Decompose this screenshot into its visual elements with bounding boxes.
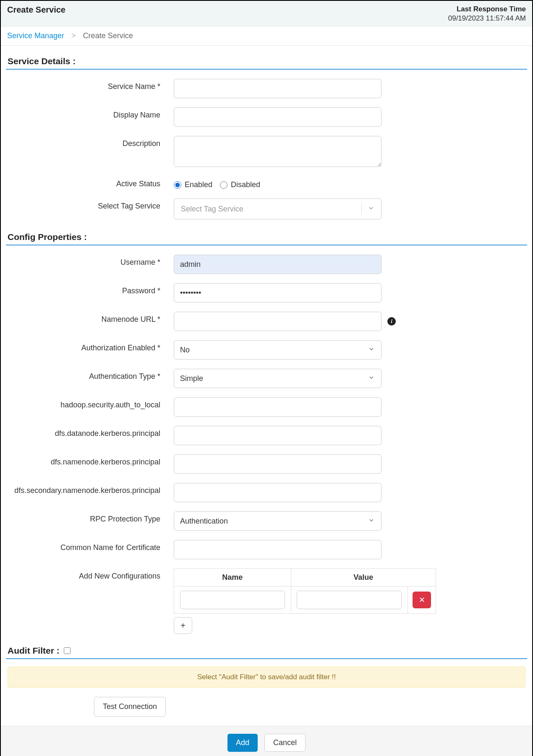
plus-icon: + [180, 621, 186, 630]
last-response-block: Last Response Time 09/19/2023 11:57:44 A… [448, 5, 526, 23]
dfs-secondary-namenode-kerberos-label: dfs.secondary.namenode.kerberos.principa… [6, 483, 174, 495]
audit-filter-checkbox[interactable] [64, 647, 71, 654]
username-label: Username * [6, 255, 174, 267]
tag-service-placeholder: Select Tag Service [181, 205, 243, 214]
active-status-enabled-radio[interactable] [174, 181, 181, 189]
namenode-url-input[interactable] [174, 312, 381, 331]
select-tag-service-dropdown[interactable]: Select Tag Service [174, 198, 381, 219]
add-new-configs-label: Add New Configurations [6, 568, 174, 581]
disabled-label: Disabled [231, 180, 260, 189]
page-title: Create Service [7, 5, 65, 15]
hadoop-auth-to-local-label: hadoop.security.auth_to_local [6, 397, 174, 409]
display-name-input[interactable] [174, 107, 381, 127]
table-header-name: Name [174, 569, 291, 587]
dropdown-divider [361, 203, 362, 215]
rpc-protection-type-label: RPC Protection Type [6, 511, 174, 524]
dfs-datanode-kerberos-label: dfs.datanode.kerberos.principal [6, 426, 174, 438]
delete-config-button[interactable]: ✕ [413, 592, 431, 608]
audit-filter-banner: Select "Audit Filter" to save/add audit … [8, 667, 525, 688]
authentication-type-label: Authentication Type * [6, 369, 174, 381]
section-service-details: Service Details : [6, 56, 527, 70]
dfs-namenode-kerberos-label: dfs.namenode.kerberos.principal [6, 454, 174, 467]
cancel-button[interactable]: Cancel [264, 734, 306, 752]
table-row: ✕ [174, 587, 436, 614]
hadoop-auth-to-local-input[interactable] [174, 397, 381, 417]
password-label: Password * [6, 283, 174, 295]
authorization-enabled-label: Authorization Enabled * [6, 340, 174, 352]
chevron-down-icon [368, 205, 374, 214]
authentication-type-select[interactable]: Simple [174, 369, 381, 388]
add-button[interactable]: Add [227, 734, 258, 752]
common-name-cert-label: Common Name for Certificate [6, 540, 174, 552]
config-name-input[interactable] [180, 591, 285, 609]
add-config-button[interactable]: + [174, 617, 192, 634]
section-audit-filter: Audit Filter : [8, 646, 60, 656]
last-response-time: 09/19/2023 11:57:44 AM [448, 14, 526, 23]
service-name-label: Service Name * [6, 79, 174, 91]
config-value-input[interactable] [297, 591, 402, 609]
display-name-label: Display Name [6, 107, 174, 120]
footer-actions: Add Cancel [1, 726, 532, 756]
breadcrumb: Service Manager > Create Service [1, 26, 532, 46]
password-input[interactable] [174, 283, 381, 302]
last-response-label: Last Response Time [448, 5, 526, 13]
active-status-disabled[interactable]: Disabled [220, 180, 260, 189]
service-name-input[interactable] [174, 79, 381, 98]
page-header: Create Service Last Response Time 09/19/… [1, 1, 532, 26]
namenode-url-label: Namenode URL * [6, 312, 174, 324]
username-input[interactable] [174, 255, 381, 274]
dfs-secondary-namenode-kerberos-input[interactable] [174, 483, 381, 502]
authorization-enabled-select[interactable]: No [174, 340, 381, 360]
chevron-right-icon: > [71, 31, 76, 40]
breadcrumb-root-link[interactable]: Service Manager [7, 31, 64, 40]
test-connection-button[interactable]: Test Connection [94, 697, 166, 717]
common-name-cert-input[interactable] [174, 540, 381, 559]
active-status-label: Active Status [6, 176, 174, 188]
dfs-datanode-kerberos-input[interactable] [174, 426, 381, 445]
breadcrumb-current: Create Service [83, 31, 133, 40]
select-tag-service-label: Select Tag Service [6, 198, 174, 211]
dfs-namenode-kerberos-input[interactable] [174, 454, 381, 474]
close-icon: ✕ [419, 596, 425, 604]
active-status-enabled[interactable]: Enabled [174, 180, 212, 189]
rpc-protection-type-select[interactable]: Authentication [174, 511, 381, 531]
enabled-label: Enabled [185, 180, 212, 189]
active-status-disabled-radio[interactable] [220, 181, 227, 189]
info-icon[interactable]: i [387, 317, 396, 326]
description-label: Description [6, 136, 174, 148]
new-configs-table: Name Value ✕ [174, 568, 436, 614]
section-config-properties: Config Properties : [6, 232, 527, 245]
description-textarea[interactable] [174, 136, 381, 167]
table-header-value: Value [291, 569, 436, 587]
